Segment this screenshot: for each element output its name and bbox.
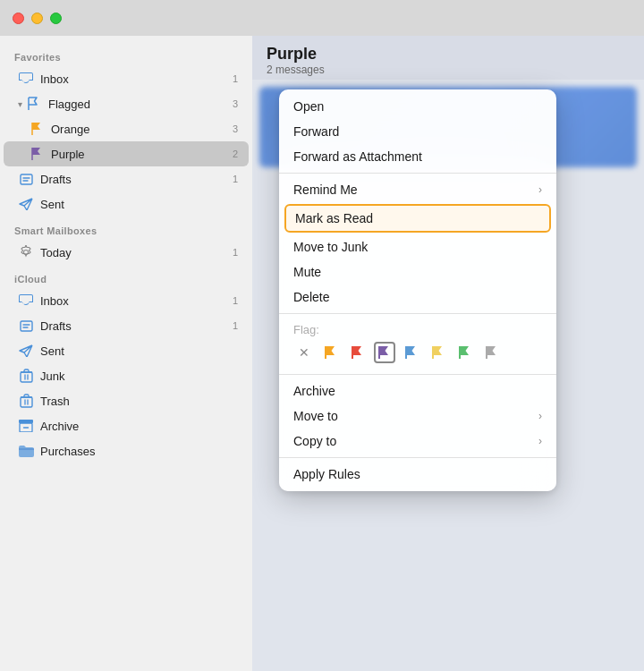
sidebar-item-archive-icloud[interactable]: Archive bbox=[4, 413, 249, 438]
ctx-mute[interactable]: Mute bbox=[279, 259, 556, 285]
archive-icon bbox=[18, 418, 34, 434]
minimize-button[interactable] bbox=[31, 13, 43, 24]
ctx-open-label: Open bbox=[293, 99, 324, 114]
ctx-mark-as-read-label: Mark as Read bbox=[295, 211, 373, 225]
purple-badge: 2 bbox=[224, 149, 238, 159]
ctx-copy-to[interactable]: Copy to › bbox=[279, 429, 556, 454]
inbox-icloud-badge: 1 bbox=[224, 295, 238, 306]
ctx-forward[interactable]: Forward bbox=[279, 119, 556, 144]
ctx-mark-as-read[interactable]: Mark as Read bbox=[284, 204, 551, 233]
drafts-fav-label: Drafts bbox=[40, 173, 224, 186]
ctx-open[interactable]: Open bbox=[279, 94, 556, 119]
ctx-move-to[interactable]: Move to › bbox=[279, 403, 556, 429]
drafts-fav-badge: 1 bbox=[224, 174, 238, 184]
svg-rect-0 bbox=[21, 174, 32, 184]
ctx-separator-4 bbox=[279, 457, 556, 458]
ctx-copy-to-label: Copy to bbox=[293, 434, 336, 448]
gear-icon bbox=[18, 244, 34, 260]
svg-rect-1 bbox=[21, 321, 32, 331]
sidebar-item-purple[interactable]: Purple 2 bbox=[4, 141, 249, 166]
inbox-fav-badge: 1 bbox=[224, 73, 238, 84]
ctx-forward-attachment[interactable]: Forward as Attachment bbox=[279, 144, 556, 169]
junk-icon bbox=[18, 368, 34, 384]
context-menu: Open Forward Forward as Attachment Remin… bbox=[279, 89, 556, 491]
ctx-separator-2 bbox=[279, 313, 556, 314]
main-layout: Favorites Inbox 1 ▾ Flagged 3 Orange 3 bbox=[0, 36, 644, 671]
flag-red-option[interactable] bbox=[347, 342, 369, 363]
titlebar bbox=[0, 0, 644, 36]
flag-purple-option[interactable] bbox=[374, 342, 395, 363]
junk-icloud-label: Junk bbox=[40, 369, 224, 383]
drafts-icloud-badge: 1 bbox=[224, 320, 238, 331]
today-badge: 1 bbox=[224, 247, 238, 258]
drafts-icloud-label: Drafts bbox=[40, 319, 224, 333]
ctx-archive[interactable]: Archive bbox=[279, 378, 556, 403]
flag-purple-icon bbox=[29, 146, 45, 162]
ctx-archive-label: Archive bbox=[293, 384, 335, 398]
ctx-forward-label: Forward bbox=[293, 124, 339, 139]
orange-badge: 3 bbox=[224, 123, 238, 134]
flagged-label: Flagged bbox=[48, 98, 224, 111]
sidebar-item-junk-icloud[interactable]: Junk bbox=[4, 363, 249, 388]
purchases-icloud-label: Purchases bbox=[40, 445, 224, 458]
flag-green-option[interactable] bbox=[454, 342, 476, 363]
trash-icloud-label: Trash bbox=[40, 395, 224, 408]
sidebar-item-trash-icloud[interactable]: Trash bbox=[4, 388, 249, 413]
flagged-chevron: ▾ bbox=[18, 99, 22, 109]
content-area: Purple 2 messages Open Forward Forward a… bbox=[252, 36, 644, 671]
flag-gray-option[interactable] bbox=[481, 342, 503, 363]
ctx-apply-rules[interactable]: Apply Rules bbox=[279, 462, 556, 487]
sent-icon bbox=[18, 196, 34, 212]
sidebar-item-flagged[interactable]: ▾ Flagged 3 bbox=[4, 91, 249, 116]
inbox-icloud-label: Inbox bbox=[40, 294, 224, 308]
ctx-separator-1 bbox=[279, 173, 556, 174]
sent-icloud-label: Sent bbox=[40, 344, 224, 358]
flag-clear-x-icon: ✕ bbox=[299, 345, 309, 360]
smart-mailboxes-section-label: Smart Mailboxes bbox=[0, 217, 252, 240]
flag-blue-option[interactable] bbox=[401, 342, 422, 363]
sidebar-item-inbox-fav[interactable]: Inbox 1 bbox=[4, 66, 249, 91]
flag-orange-option[interactable] bbox=[320, 342, 342, 363]
sidebar-item-inbox-icloud[interactable]: Inbox 1 bbox=[4, 288, 249, 313]
favorites-section-label: Favorites bbox=[0, 43, 252, 66]
ctx-move-to-junk-label: Move to Junk bbox=[293, 240, 368, 254]
ctx-flag-label: Flag: bbox=[293, 323, 542, 336]
flagged-badge: 3 bbox=[224, 98, 238, 109]
flag-clear-option[interactable]: ✕ bbox=[293, 342, 315, 363]
today-label: Today bbox=[40, 246, 224, 259]
flag-yellow-option[interactable] bbox=[428, 342, 449, 363]
sidebar-item-purchases-icloud[interactable]: Purchases bbox=[4, 438, 249, 463]
trash-icon bbox=[18, 393, 34, 409]
purple-label: Purple bbox=[51, 148, 224, 161]
sidebar-item-sent-fav[interactable]: Sent bbox=[4, 191, 249, 217]
ctx-delete-label: Delete bbox=[293, 290, 329, 304]
ctx-delete[interactable]: Delete bbox=[279, 285, 556, 310]
archive-icloud-label: Archive bbox=[40, 420, 224, 433]
maximize-button[interactable] bbox=[50, 13, 62, 24]
flag-orange-icon bbox=[29, 121, 45, 137]
ctx-mute-label: Mute bbox=[293, 265, 321, 279]
flag-icon bbox=[26, 96, 42, 112]
close-button[interactable] bbox=[13, 13, 24, 24]
orange-label: Orange bbox=[51, 123, 224, 136]
sent-icloud-icon bbox=[18, 343, 34, 359]
ctx-flag-section: Flag: ✕ bbox=[279, 318, 556, 370]
ctx-forward-attachment-label: Forward as Attachment bbox=[293, 149, 422, 164]
content-subtitle: 2 messages bbox=[267, 64, 630, 76]
sent-fav-label: Sent bbox=[40, 198, 224, 211]
sidebar-item-drafts-icloud[interactable]: Drafts 1 bbox=[4, 313, 249, 338]
ctx-move-to-junk[interactable]: Move to Junk bbox=[279, 234, 556, 259]
ctx-remind-me-label: Remind Me bbox=[293, 183, 358, 197]
inbox-fav-label: Inbox bbox=[40, 72, 224, 86]
flag-options: ✕ bbox=[293, 342, 542, 363]
sidebar-item-sent-icloud[interactable]: Sent bbox=[4, 338, 249, 363]
move-to-arrow-icon: › bbox=[538, 410, 542, 422]
content-header: Purple 2 messages bbox=[252, 36, 644, 80]
sidebar-item-orange[interactable]: Orange 3 bbox=[4, 116, 249, 141]
drafts-icon bbox=[18, 171, 34, 187]
sidebar: Favorites Inbox 1 ▾ Flagged 3 Orange 3 bbox=[0, 36, 252, 671]
sidebar-item-drafts-fav[interactable]: Drafts 1 bbox=[4, 166, 249, 191]
ctx-separator-3 bbox=[279, 374, 556, 375]
sidebar-item-today[interactable]: Today 1 bbox=[4, 240, 249, 265]
ctx-remind-me[interactable]: Remind Me › bbox=[279, 177, 556, 202]
